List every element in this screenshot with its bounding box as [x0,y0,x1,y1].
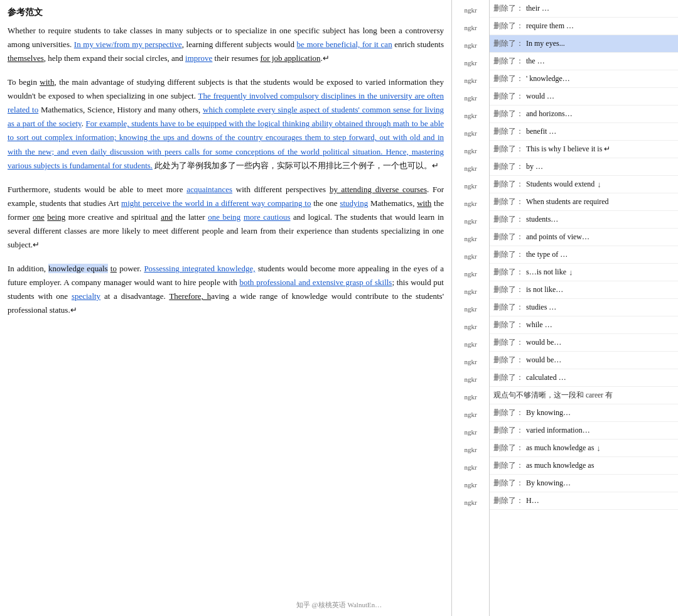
right-row-5: 删除了： ' knowledge… [490,70,678,88]
mid-row: ngkr [452,318,489,335]
content-14: and points of view… [526,232,589,242]
content-4: the … [526,57,545,66]
content-25: as much knowledge as [526,443,594,453]
mid-row: ngkr [452,283,489,300]
label-deleted: 删除了： [493,56,524,67]
label-deleted: 删除了： [493,179,524,190]
content-28: H… [526,496,539,505]
comment-text: 观点句不够清晰，这一段和 career 有 [493,391,613,400]
right-row-27: 删除了： By knowing… [490,475,678,492]
mid-row: ngkr [452,353,489,370]
right-row-9: 删除了： This is why I believe it is ↵ [490,141,678,158]
mid-row: ngkr [452,300,489,318]
right-row-13: 删除了： students… [490,211,678,229]
label-deleted: 删除了： [493,91,524,102]
right-row-24: 删除了： varied information… [490,422,678,440]
label-deleted: 删除了： [493,73,524,84]
label-deleted: 删除了： [493,478,524,489]
right-row-22: 删除了： calculated … [490,369,678,387]
mid-row: ngkr [452,230,489,247]
mid-row: ngkr [452,265,489,283]
right-row-10: 删除了： by … [490,158,678,176]
mid-row: ngkr [452,247,489,265]
phrase-attending: by attending diverse courses [330,185,427,194]
label-deleted: 删除了： [493,267,524,278]
label-deleted: 删除了： [493,249,524,260]
phrase-therefore: Therefore, h [169,291,211,301]
paragraph-3: Furthermore, students would be able to m… [8,183,444,252]
mid-row: ngkr [452,177,489,195]
paragraph-1: Whether to require students to take clas… [8,24,444,65]
label-deleted: 删除了： [493,38,524,49]
right-row-21: 删除了： would be… [490,352,678,369]
right-row-25: 删除了： as much knowledge as ↓ [490,440,678,457]
mid-row: ngkr [452,142,489,159]
mid-row: ngkr [452,54,489,72]
mid-row: ngkr [452,195,489,212]
mid-row: ngkr [452,19,489,36]
right-row-20: 删除了： would be… [490,334,678,352]
label-deleted: 删除了： [493,284,524,295]
link-one-being: one being [208,212,240,222]
empty-line-2 [8,176,444,183]
content-15: the type of … [526,250,568,259]
label-deleted: 删除了： [493,302,524,313]
label-deleted: 删除了： [493,144,524,154]
content-6: would … [526,92,554,101]
content-5: ' knowledge… [526,74,570,84]
content-27: By knowing… [526,478,571,488]
word-to: to [110,264,117,273]
right-row-23: 删除了： By knowing… [490,404,678,422]
right-row-12: 删除了： When students are required [490,193,678,211]
content-23: By knowing… [526,408,571,418]
label-deleted: 删除了： [493,355,524,365]
link-cautious: more cautious [244,212,291,222]
label-deleted: 删除了： [493,232,524,242]
content-1: their … [526,4,549,13]
label-deleted: 删除了： [493,372,524,383]
right-row-8: 删除了： benefit … [490,123,678,141]
arrow-down-icon: ↓ [597,180,601,190]
phrase-job-application: for job application [261,53,321,63]
word-one1: one [33,212,45,222]
content-24: varied information… [526,426,590,435]
chinese-note-1: 此处为了举例我加多了一些内容，实际可以不用排比三个例子，一个也可以。↵ [154,161,439,170]
right-row-4: 删除了： the … [490,53,678,70]
mid-row: ngkr [452,494,489,511]
link-studying: studying [340,198,368,208]
mid-row: ngkr [452,388,489,406]
link-specialty: specialty [72,291,100,301]
content-8: benefit … [526,127,556,136]
mid-row: ngkr [452,36,489,54]
right-panel: 删除了： their … 删除了： require them … 删除了： In… [490,0,678,616]
word-with2: with [417,198,431,208]
empty-line-3 [8,256,444,262]
content-22: calculated … [526,373,566,382]
content-26: as much knowledge as [526,461,594,470]
mid-row: ngkr [452,406,489,423]
word-being1: being [47,212,65,222]
word-themselves: themselves [8,53,44,63]
mid-row: ngkr [452,335,489,353]
label-deleted: 删除了： [493,161,524,172]
watermark: 知乎 @核桃英语 WalnutEn… [296,600,382,610]
right-row-2: 删除了： require them … [490,18,678,35]
content-18: studies … [526,303,556,312]
mid-row: ngkr [452,72,489,89]
content-21: would be… [526,355,561,365]
content-13: students… [526,215,558,224]
right-row-3: 删除了： In my eyes... [490,35,678,53]
label-deleted: 删除了： [493,197,524,207]
mid-row: ngkr [452,124,489,142]
label-deleted: 删除了： [493,214,524,225]
content-11: Students would extend [526,180,595,189]
mid-row: ngkr [452,370,489,388]
highlight-knowledge: knowledge equals [48,264,107,273]
mid-row: ngkr [452,159,489,177]
mid-row: ngkr [452,458,489,476]
label-deleted: 删除了： [493,3,524,14]
label-deleted: 删除了： [493,443,524,453]
content-16: s…is not like [526,267,566,277]
word-and: and [161,212,173,222]
right-row-28: 删除了： H… [490,492,678,510]
